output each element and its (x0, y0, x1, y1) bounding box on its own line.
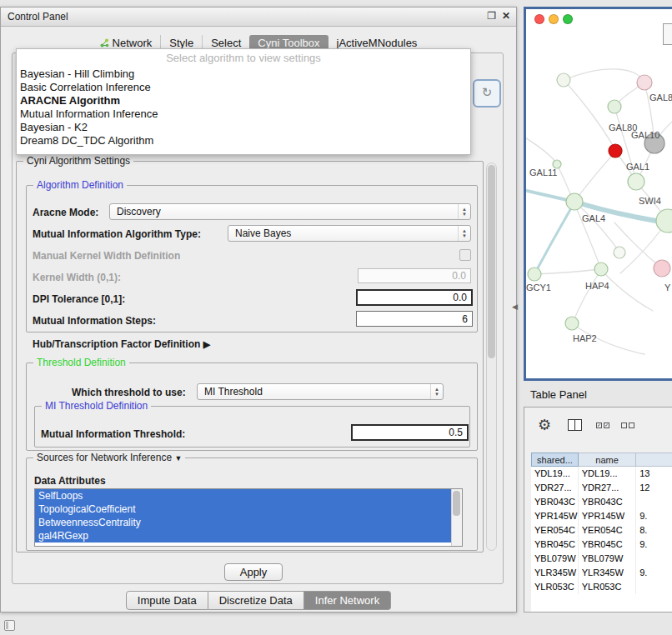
dpi-tolerance-field[interactable]: 0.0 (356, 289, 473, 306)
minimized-panel-icon[interactable] (4, 620, 15, 631)
table-cell: YBR043C (579, 495, 636, 509)
network-edge[interactable] (526, 134, 556, 162)
algorithm-option-basic-correlation-inference[interactable]: Basic Correlation Inference (17, 81, 470, 94)
tab-label: Select (211, 37, 241, 49)
table-cell: YBL079W (531, 552, 579, 566)
algorithm-option-bayesian-hill-climbing[interactable]: Bayesian - Hill Climbing (17, 68, 470, 81)
network-edge[interactable] (574, 152, 614, 202)
mi-steps-field[interactable]: 6 (356, 311, 473, 327)
minimize-traffic-light[interactable] (549, 14, 559, 24)
network-edge[interactable] (534, 202, 574, 274)
table-row[interactable]: YBR045CYBR045C9. (531, 538, 672, 552)
table-cell: YPR145W (579, 509, 636, 523)
table-cell: 13 (636, 467, 672, 481)
table-cell: YPR145W (531, 509, 579, 523)
table-cell: YLR053C (579, 580, 636, 594)
table-row[interactable]: YLR345WYLR345W9. (531, 566, 672, 580)
network-node[interactable] (565, 317, 579, 330)
network-node[interactable] (594, 262, 608, 276)
table-row[interactable]: YBR043CYBR043C (531, 495, 672, 509)
table-row[interactable]: YBL079WYBL079W (531, 552, 672, 566)
mi-threshold-field[interactable]: 0.5 (351, 424, 469, 441)
node-label: GAL11 (529, 168, 557, 178)
network-node[interactable] (654, 260, 670, 277)
table-toolbar: ⚙ ✓✓ (524, 408, 672, 446)
network-node[interactable] (528, 268, 541, 281)
zoom-traffic-light[interactable] (563, 14, 573, 24)
close-traffic-light[interactable] (534, 14, 544, 24)
which-threshold-combobox[interactable]: MI Threshold ▲▼ (197, 383, 444, 400)
mi-algorithm-type-combobox[interactable]: Naive Bayes ▲▼ (228, 225, 471, 242)
network-view-panel[interactable]: GAL8GAL80GAL10GAL11GAL1SWI4GAL4GCY1HAP4H… (524, 7, 672, 381)
bottom-tab-discretize-data[interactable]: Discretize Data (208, 591, 304, 610)
settings-scrollbar[interactable] (486, 162, 497, 551)
aracne-mode-combobox[interactable]: Discovery ▲▼ (109, 203, 471, 220)
network-node[interactable] (557, 73, 570, 87)
mi-threshold-title: MI Threshold Definition (42, 400, 151, 412)
table-cell: YBR045C (579, 538, 636, 552)
control-panel-titlebar[interactable]: Control Panel ❐ ✕ (1, 8, 516, 27)
network-node[interactable] (566, 193, 583, 210)
table-row[interactable]: YER054CYER054C8. (531, 523, 672, 538)
aracne-mode-label: Aracne Mode: (33, 207, 98, 218)
network-edge[interactable] (573, 270, 601, 322)
table-cell: YBR045C (531, 538, 579, 552)
column-header-name[interactable]: name (579, 452, 637, 467)
window-title: Control Panel (8, 11, 68, 22)
traffic-lights (534, 14, 573, 24)
data-attributes-list[interactable]: SelfLoopsTopologicalCoefficientBetweenne… (34, 488, 463, 547)
column-header-shared[interactable]: shared... (531, 452, 579, 467)
table-row[interactable]: YDR27...YDR27...12 (531, 481, 672, 495)
refresh-button[interactable]: ↻ (473, 79, 501, 108)
table-panel-title: Table Panel (530, 388, 587, 401)
manual-kernel-width-checkbox[interactable] (459, 249, 471, 261)
network-node[interactable] (614, 247, 625, 258)
apply-button[interactable]: Apply (224, 563, 283, 581)
gear-icon[interactable]: ⚙ (538, 416, 551, 434)
sources-title[interactable]: Sources for Network Inference ▼ (33, 452, 185, 463)
attribute-item[interactable]: gal4RGexp (35, 529, 462, 542)
network-node[interactable] (628, 173, 644, 190)
table-cell: YLR345W (579, 566, 636, 580)
panel-splitter-arrow[interactable]: ◀ (512, 302, 518, 311)
algorithm-option-aracne-algorithm[interactable]: ARACNE Algorithm (17, 94, 470, 108)
network-edge[interactable] (564, 69, 644, 82)
attribute-item[interactable]: TopologicalCoefficient (35, 502, 462, 516)
table-cell: 12 (636, 481, 672, 495)
refresh-icon: ↻ (482, 85, 493, 99)
algorithm-option-mutual-information-inference[interactable]: Mutual Information Inference (17, 108, 470, 121)
bottom-tab-impute-data[interactable]: Impute Data (126, 591, 208, 610)
network-edge[interactable] (614, 222, 662, 268)
network-scroll-box[interactable] (663, 23, 672, 45)
table-row[interactable]: YLR053CYLR053C (531, 580, 672, 594)
network-node[interactable] (608, 100, 621, 113)
hide-columns-unchecked-icon[interactable] (621, 422, 634, 428)
columns-icon[interactable] (568, 419, 582, 431)
show-columns-checked-icon[interactable]: ✓✓ (596, 422, 609, 428)
network-node[interactable] (637, 75, 652, 90)
control-panel-window: Control Panel ❐ ✕ NetworkStyleSelectCyni… (0, 7, 517, 612)
tab-label: Style (169, 37, 193, 49)
attribute-item[interactable]: SelfLoops (35, 489, 462, 502)
float-window-icon[interactable]: ❐ (487, 10, 496, 22)
algorithm-option-bayesian-k2[interactable]: Bayesian - K2 (17, 121, 470, 134)
mi-threshold-label: Mutual Information Threshold: (41, 428, 185, 440)
hub-section-toggle[interactable]: Hub/Transcription Factor Definition ▶ (33, 338, 210, 350)
list-scrollbar[interactable] (451, 489, 462, 546)
node-table[interactable]: shared...name YDL19...YDL19...13YDR27...… (531, 452, 672, 612)
close-window-icon[interactable]: ✕ (502, 10, 510, 22)
network-graph[interactable]: GAL8GAL80GAL10GAL11GAL1SWI4GAL4GCY1HAP4H… (526, 9, 672, 378)
column-header-extra[interactable] (636, 452, 672, 467)
network-edge[interactable] (564, 80, 615, 150)
network-edge[interactable] (534, 269, 599, 274)
bottom-tab-infer-network[interactable]: Infer Network (304, 591, 391, 610)
table-row[interactable]: YDL19...YDL19...13 (531, 467, 672, 481)
network-node[interactable] (609, 144, 622, 158)
algorithm-option-dream8-dc-tdc-algorithm[interactable]: Dream8 DC_TDC Algorithm (17, 134, 470, 148)
table-row[interactable]: YPR145WYPR145W9. (531, 509, 672, 523)
node-label: HAP2 (573, 333, 597, 343)
table-cell: 9. (636, 538, 672, 552)
network-node[interactable] (656, 209, 672, 232)
attribute-item[interactable]: BetweennessCentrality (35, 516, 462, 529)
algorithm-dropdown-list: Bayesian - Hill ClimbingBasic Correlatio… (17, 68, 470, 148)
